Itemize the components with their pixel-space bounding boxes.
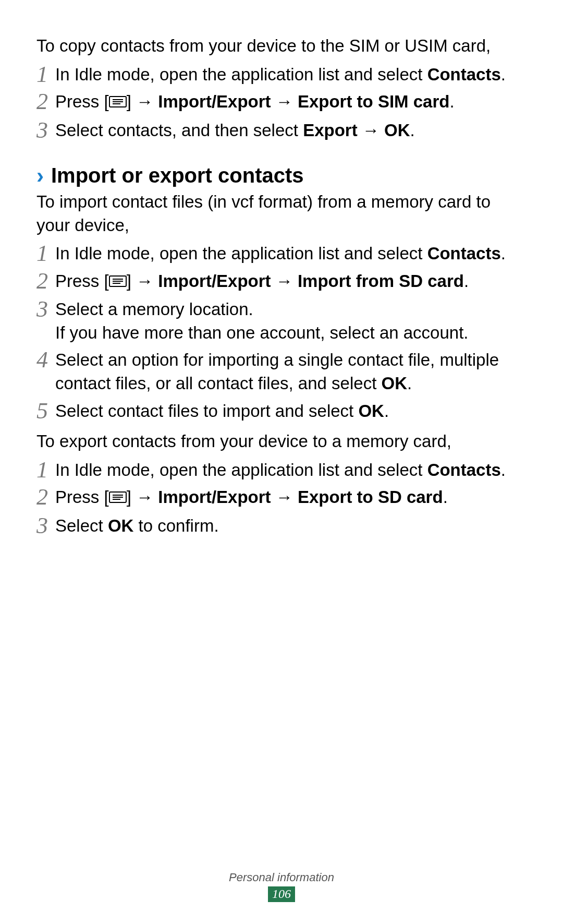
- button-label: OK: [358, 401, 384, 421]
- step-text: In Idle mode, open the application list …: [55, 65, 427, 84]
- arrow: →: [358, 121, 384, 140]
- step-text: .: [501, 65, 506, 84]
- intro-paragraph-1: To copy contacts from your device to the…: [36, 34, 527, 58]
- step-item: 2 Press [] → Import/Export → Export to S…: [36, 485, 527, 510]
- intro-paragraph-2: To import contact files (in vcf format) …: [36, 190, 527, 237]
- step-number: 3: [36, 119, 55, 142]
- menu-path: Export to SIM card: [298, 92, 450, 111]
- step-number: 1: [36, 242, 55, 265]
- step-text: Press [: [55, 487, 109, 507]
- step-item: 1 In Idle mode, open the application lis…: [36, 62, 527, 87]
- arrow: →: [271, 271, 298, 291]
- step-item: 1 In Idle mode, open the application lis…: [36, 458, 527, 482]
- step-item: 5 Select contact files to import and sel…: [36, 399, 527, 423]
- step-body: In Idle mode, open the application list …: [55, 62, 527, 87]
- step-text: Press [: [55, 271, 109, 291]
- footer-section-label: Personal information: [0, 871, 563, 884]
- step-text: ]: [127, 92, 136, 111]
- arrow: →: [136, 92, 158, 111]
- step-number: 1: [36, 459, 55, 482]
- import-from-sd-steps: 1 In Idle mode, open the application lis…: [36, 241, 527, 423]
- button-label: OK: [381, 374, 407, 393]
- step-item: 1 In Idle mode, open the application lis…: [36, 241, 527, 266]
- app-name: Contacts: [427, 65, 501, 84]
- step-number: 2: [36, 486, 55, 509]
- arrow: →: [136, 487, 158, 507]
- app-name: Contacts: [427, 244, 501, 263]
- menu-icon: [109, 90, 127, 114]
- step-text: If you have more than one account, selec…: [55, 321, 527, 345]
- arrow: →: [271, 487, 298, 507]
- step-body: Select contacts, and then select Export …: [55, 118, 527, 142]
- step-body: Select a memory location. If you have mo…: [55, 297, 527, 344]
- menu-path: Import/Export: [158, 271, 271, 291]
- step-number: 2: [36, 90, 55, 113]
- step-number: 1: [36, 63, 55, 86]
- section-heading: › Import or export contacts: [36, 164, 527, 187]
- step-text: .: [464, 271, 469, 291]
- step-item: 4 Select an option for importing a singl…: [36, 347, 527, 395]
- arrow: →: [271, 92, 298, 111]
- step-text: Press [: [55, 92, 109, 111]
- step-body: Select contact files to import and selec…: [55, 399, 527, 423]
- app-name: Contacts: [427, 460, 501, 479]
- step-body: Select OK to confirm.: [55, 513, 527, 538]
- step-item: 3 Select a memory location. If you have …: [36, 297, 527, 344]
- button-label: OK: [108, 516, 134, 535]
- menu-icon: [109, 486, 127, 509]
- step-text: In Idle mode, open the application list …: [55, 244, 427, 263]
- step-number: 2: [36, 270, 55, 293]
- step-body: In Idle mode, open the application list …: [55, 241, 527, 266]
- page-footer: Personal information 106: [0, 871, 563, 902]
- button-label: OK: [384, 121, 410, 140]
- step-text: .: [407, 374, 412, 393]
- step-text: Select an option for importing a single …: [55, 350, 499, 393]
- chevron-right-icon: ›: [36, 165, 44, 187]
- export-to-sd-steps: 1 In Idle mode, open the application lis…: [36, 458, 527, 538]
- step-body: Select an option for importing a single …: [55, 347, 527, 395]
- intro-paragraph-3: To export contacts from your device to a…: [36, 430, 527, 453]
- step-text: In Idle mode, open the application list …: [55, 460, 427, 479]
- step-item: 3 Select contacts, and then select Expor…: [36, 118, 527, 142]
- step-item: 3 Select OK to confirm.: [36, 513, 527, 538]
- menu-path: Import from SD card: [298, 271, 464, 291]
- step-text: .: [384, 401, 389, 421]
- step-text: ]: [127, 487, 136, 507]
- step-body: Press [] → Import/Export → Import from S…: [55, 269, 527, 294]
- step-text: to confirm.: [133, 516, 218, 535]
- step-text: Select: [55, 516, 108, 535]
- step-text: .: [443, 487, 448, 507]
- step-text: .: [501, 460, 506, 479]
- step-text: .: [501, 244, 506, 263]
- step-item: 2 Press [] → Import/Export → Import from…: [36, 269, 527, 294]
- arrow: →: [136, 271, 158, 291]
- step-body: In Idle mode, open the application list …: [55, 458, 527, 482]
- step-number: 4: [36, 349, 55, 371]
- page-number: 106: [268, 886, 295, 902]
- menu-icon: [109, 270, 127, 293]
- menu-path: Import/Export: [158, 92, 271, 111]
- step-text: Select a memory location.: [55, 299, 253, 319]
- heading-text: Import or export contacts: [51, 164, 304, 187]
- step-text: Select contact files to import and selec…: [55, 401, 358, 421]
- step-text: Select contacts, and then select: [55, 121, 303, 140]
- step-number: 3: [36, 514, 55, 537]
- step-text: ]: [127, 271, 136, 291]
- menu-path: Export to SD card: [298, 487, 443, 507]
- step-body: Press [] → Import/Export → Export to SIM…: [55, 89, 527, 115]
- step-text: .: [410, 121, 414, 140]
- copy-to-sim-steps: 1 In Idle mode, open the application lis…: [36, 62, 527, 142]
- step-number: 5: [36, 400, 55, 423]
- menu-path: Import/Export: [158, 487, 271, 507]
- step-text: .: [449, 92, 454, 111]
- button-label: Export: [303, 121, 358, 140]
- step-body: Press [] → Import/Export → Export to SD …: [55, 485, 527, 510]
- step-number: 3: [36, 298, 55, 321]
- step-item: 2 Press [] → Import/Export → Export to S…: [36, 89, 527, 115]
